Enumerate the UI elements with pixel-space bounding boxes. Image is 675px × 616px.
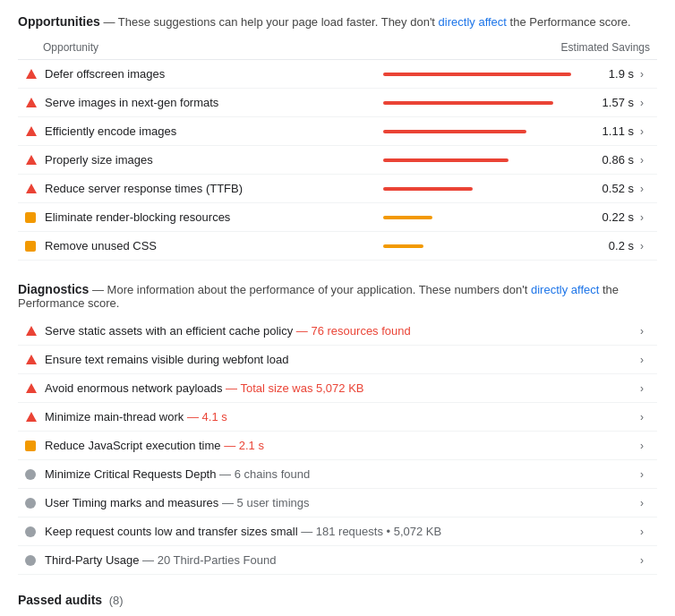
savings-bar-container [383,187,580,191]
warning-triangle-icon [25,411,38,424]
diagnostic-name: Reduce JavaScript execution time — 2.1 s [45,439,634,452]
chevron-down-icon[interactable]: › [634,240,650,252]
chevron-down-icon[interactable]: › [634,382,650,395]
diagnostic-detail: — 181 requests • 5,072 KB [298,525,442,538]
savings-bar-container [383,158,580,162]
savings-bar [383,73,571,76]
chevron-down-icon[interactable]: › [634,440,650,452]
col-savings: Estimated Savings [561,41,650,54]
opportunity-row[interactable]: Eliminate render-blocking resources 0.22… [18,203,657,232]
savings-value: 0.52 s [587,182,634,195]
opportunity-row[interactable]: Reduce server response times (TTFB) 0.52… [18,175,657,203]
savings-bar-container [383,130,580,133]
warning-triangle-icon [25,382,38,395]
diagnostic-row[interactable]: Keep request counts low and transfer siz… [18,518,657,546]
savings-bar-container [383,73,580,76]
chevron-down-icon[interactable]: › [634,497,650,509]
diagnostic-row[interactable]: Ensure text remains visible during webfo… [18,346,657,374]
opportunities-section: Opportunities — These suggestions can he… [18,14,657,29]
diagnostic-detail: — 5 user timings [218,496,309,509]
chevron-down-icon[interactable]: › [634,468,650,481]
diagnostic-name: Serve static assets with an efficient ca… [45,324,634,338]
savings-bar-container [383,216,580,219]
opportunity-row[interactable]: Remove unused CSS 0.2 s › [18,232,657,261]
warning-triangle-icon [25,68,38,81]
savings-bar [383,216,432,219]
chevron-down-icon[interactable]: › [634,154,650,167]
diagnostic-detail: — 20 Third-Parties Found [139,553,276,567]
diagnostic-name: Keep request counts low and transfer siz… [45,525,634,538]
diagnostic-detail: — Total size was 5,072 KB [223,381,364,395]
diagnostic-row[interactable]: Avoid enormous network payloads — Total … [18,374,657,403]
savings-bar [383,187,473,191]
warning-square-icon [25,212,36,223]
diagnostic-row[interactable]: Minimize Critical Requests Depth — 6 cha… [18,460,657,489]
diagnostic-detail: — 2.1 s [221,439,264,452]
diagnostic-row[interactable]: Serve static assets with an efficient ca… [18,317,657,346]
diagnostic-name: Minimize main-thread work — 4.1 s [45,410,634,424]
savings-value: 0.2 s [587,239,634,252]
chevron-down-icon[interactable]: › [634,526,650,538]
savings-bar [383,244,423,248]
diagnostics-title: Diagnostics [18,282,89,296]
opportunity-name: Serve images in next-gen formats [45,96,383,109]
opportunity-row[interactable]: Defer offscreen images 1.9 s › [18,60,657,89]
savings-bar-container [383,101,580,105]
savings-value: 0.86 s [587,153,634,167]
chevron-down-icon[interactable]: › [634,211,650,224]
diagnostic-row[interactable]: Reduce JavaScript execution time — 2.1 s… [18,432,657,460]
warning-triangle-icon [25,125,38,138]
diagnostics-affect-link[interactable]: directly affect [531,283,599,296]
opportunity-row[interactable]: Serve images in next-gen formats 1.57 s … [18,89,657,117]
diagnostics-list: Serve static assets with an efficient ca… [18,317,657,575]
info-circle-icon [25,498,36,509]
opportunity-name: Properly size images [45,153,383,167]
directly-affect-link[interactable]: directly affect [439,15,507,29]
opportunity-name: Remove unused CSS [45,239,383,252]
diagnostic-detail: — 4.1 s [184,410,226,424]
warning-square-icon [25,441,36,451]
warning-square-icon [25,241,36,252]
diagnostic-name: Ensure text remains visible during webfo… [45,353,634,366]
savings-bar [383,158,508,162]
diagnostics-header: Diagnostics — More information about the… [18,282,657,310]
diagnostics-desc: — More information about the performance… [18,283,619,310]
savings-value: 1.57 s [587,96,634,109]
warning-triangle-icon [25,183,38,195]
info-circle-icon [25,555,36,566]
warning-triangle-icon [25,154,38,167]
opportunity-name: Eliminate render-blocking resources [45,210,383,224]
chevron-down-icon[interactable]: › [634,183,650,195]
passed-audits-section: Passed audits (8) [18,593,657,607]
opportunity-row[interactable]: Efficiently encode images 1.11 s › [18,117,657,146]
chevron-down-icon[interactable]: › [634,325,650,338]
chevron-down-icon[interactable]: › [634,411,650,424]
info-circle-icon [25,526,36,537]
savings-value: 0.22 s [587,210,634,224]
savings-bar-container [383,244,580,248]
diagnostic-detail: — 6 chains found [216,467,310,481]
diagnostic-name: User Timing marks and measures — 5 user … [45,496,634,509]
opportunities-title: Opportunities [18,14,100,29]
diagnostic-row[interactable]: Third-Party Usage — 20 Third-Parties Fou… [18,546,657,575]
chevron-down-icon[interactable]: › [634,554,650,567]
opportunities-desc: — These suggestions can help your page l… [103,15,630,29]
passed-audits-count: (8) [109,594,124,607]
chevron-down-icon[interactable]: › [634,354,650,366]
opportunity-name: Reduce server response times (TTFB) [45,182,383,195]
chevron-down-icon[interactable]: › [634,125,650,138]
chevron-down-icon[interactable]: › [634,97,650,109]
info-circle-icon [25,469,36,480]
opportunity-name: Defer offscreen images [45,67,383,81]
diagnostic-row[interactable]: Minimize main-thread work — 4.1 s › [18,403,657,432]
savings-bar [383,130,526,133]
chevron-down-icon[interactable]: › [634,68,650,81]
diagnostic-row[interactable]: User Timing marks and measures — 5 user … [18,489,657,518]
diagnostic-name: Avoid enormous network payloads — Total … [45,381,634,395]
passed-audits-label: Passed audits [18,593,102,607]
warning-triangle-icon [25,354,38,366]
warning-triangle-icon [25,97,38,109]
diagnostic-detail: — 76 resources found [293,324,411,338]
savings-value: 1.9 s [587,67,634,81]
opportunity-row[interactable]: Properly size images 0.86 s › [18,146,657,175]
